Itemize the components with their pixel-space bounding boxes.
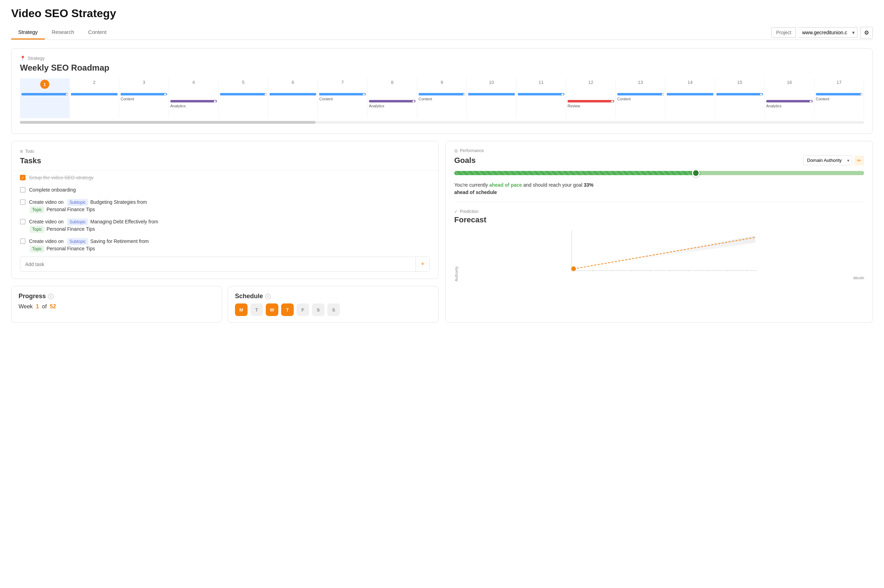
gantt-col-15: 15 [715, 78, 765, 90]
task-checkbox-1[interactable]: ✓ [20, 175, 26, 180]
strategy-title: Weekly SEO Roadmap [20, 63, 864, 73]
task-item-2: Complete onboarding [20, 186, 428, 194]
domain-authority-select[interactable]: Domain Authority Traffic Rankings [803, 155, 852, 165]
badge-topic-5: Topic [30, 245, 44, 252]
gantt-col-6: 6 [268, 78, 318, 90]
task-divider [12, 170, 438, 171]
gantt-cell-7: Content [318, 90, 368, 118]
nav-right: Project www.gecreditunion.c ▾ ⚙ [771, 27, 873, 39]
day-W[interactable]: W [266, 303, 278, 316]
task-text-1: Setup the video SEO strategy [29, 174, 93, 182]
project-select-wrap: www.gecreditunion.c ▾ [799, 27, 857, 38]
task-text-3: Create video on Subtopic Budgeting Strat… [29, 199, 147, 213]
task-checkbox-4[interactable] [20, 219, 26, 224]
forecast-chart-wrap: Authority [454, 229, 864, 288]
progress-info-icon[interactable]: i [48, 294, 54, 299]
gantt-cell-1 [20, 90, 70, 118]
day-S2[interactable]: S [327, 303, 340, 316]
tab-content[interactable]: Content [81, 26, 114, 39]
subtopic-value-4: Managing Debt Effectively [90, 219, 148, 224]
gantt-col-8: 8 [368, 78, 417, 90]
tab-research[interactable]: Research [45, 26, 81, 39]
forecast-y-label: Authority [454, 229, 458, 281]
schedule-info-icon[interactable]: i [265, 294, 271, 299]
schedule-title: Schedule i [235, 292, 431, 300]
tasks-section-label: ≡ Todo [20, 148, 430, 154]
gantt-col-3: 3 [119, 78, 169, 90]
day-F[interactable]: F [297, 303, 309, 316]
goal-slider[interactable] [454, 171, 864, 178]
task-item-1: ✓ Setup the video SEO strategy [20, 174, 428, 182]
task-add-button[interactable]: + [416, 257, 429, 271]
gantt-col-16: 16 [765, 78, 814, 90]
badge-subtopic-4: Subtopic [67, 219, 89, 225]
gantt-cell-16: Analytics [765, 90, 814, 118]
forecast-svg [465, 229, 864, 274]
tab-strategy[interactable]: Strategy [11, 26, 45, 39]
schedule-card: Schedule i M T W T F S S [228, 286, 438, 322]
strategy-card: 📍 Strategy Weekly SEO Roadmap 1 2 3 4 5 … [11, 48, 873, 134]
topic-value-3: Personal Finance Tips [47, 207, 95, 212]
forecast-label: ✓ Prediction [454, 209, 864, 214]
performance-card: ◎ Performance Goals Domain Authority Tra… [446, 141, 873, 322]
nav-tabs: Strategy Research Content [11, 26, 114, 39]
gantt-col-1: 1 [20, 78, 70, 90]
left-column: ≡ Todo Tasks ✓ Setup the video SEO strat… [11, 141, 438, 322]
task-item-5: Create video on Subtopic Saving for Reti… [20, 238, 428, 252]
edit-goal-button[interactable]: ✏ [854, 156, 864, 165]
gantt-cell-15 [715, 90, 765, 118]
progress-title: Progress i [18, 292, 215, 300]
project-select[interactable]: www.gecreditunion.c [799, 27, 857, 38]
forecast-x-label: Month [465, 276, 864, 280]
gantt-header-row: 1 2 3 4 5 6 7 8 9 10 11 12 13 14 15 16 1… [20, 78, 864, 90]
task-item-3: Create video on Subtopic Budgeting Strat… [20, 199, 428, 213]
slider-remaining [700, 171, 864, 175]
day-T2[interactable]: T [281, 303, 294, 316]
location-icon: 📍 [20, 56, 26, 61]
gantt-container[interactable]: 1 2 3 4 5 6 7 8 9 10 11 12 13 14 15 16 1… [20, 78, 864, 126]
slider-thumb [692, 169, 700, 177]
task-text-5: Create video on Subtopic Saving for Reti… [29, 238, 149, 252]
task-text-2: Complete onboarding [29, 186, 76, 194]
gantt-col-14: 14 [665, 78, 715, 90]
slider-track [454, 171, 864, 175]
gantt-cell-6 [268, 90, 318, 118]
gantt-col-4: 4 [169, 78, 219, 90]
badge-subtopic-3: Subtopic [67, 199, 89, 206]
perf-divider [454, 202, 864, 202]
schedule-days: M T W T F S S [235, 303, 431, 316]
gantt-body: Content Analytics [20, 90, 864, 118]
gantt-cell-10 [467, 90, 516, 118]
task-checkbox-3[interactable] [20, 199, 26, 205]
gear-button[interactable]: ⚙ [860, 27, 873, 39]
forecast-section: ✓ Prediction Forecast Authority [454, 209, 864, 288]
day-T1[interactable]: T [251, 303, 263, 316]
gantt-col-13: 13 [616, 78, 665, 90]
perf-section-label: ◎ Performance [454, 148, 864, 153]
prediction-icon: ✓ [454, 209, 458, 214]
badge-topic-4: Topic [30, 226, 44, 233]
task-checkbox-5[interactable] [20, 238, 26, 244]
progress-schedule-grid: Progress i Week 1 of 52 Schedule i [11, 286, 438, 322]
gantt-cell-2 [70, 90, 119, 118]
svg-marker-0 [573, 236, 755, 269]
task-item-4: Create video on Subtopic Managing Debt E… [20, 218, 428, 233]
day-S1[interactable]: S [312, 303, 324, 316]
goal-status: You're currently ahead of pace and shoul… [454, 182, 864, 196]
gantt-scrollbar-thumb [20, 121, 315, 124]
gantt-cell-5 [219, 90, 268, 118]
gantt-col-11: 11 [516, 78, 566, 90]
page-wrapper: Video SEO Strategy Strategy Research Con… [0, 0, 884, 588]
progress-card: Progress i Week 1 of 52 [11, 286, 222, 322]
task-checkbox-2[interactable] [20, 187, 26, 193]
task-add-input[interactable] [20, 258, 416, 271]
task-list: ✓ Setup the video SEO strategy Complete … [20, 174, 430, 252]
topic-value-5: Personal Finance Tips [47, 246, 95, 251]
day-M[interactable]: M [235, 303, 248, 316]
gantt-col-2: 2 [70, 78, 119, 90]
gantt-cell-17: Content [814, 90, 864, 118]
page-title: Video SEO Strategy [11, 7, 873, 20]
gantt-cell-8: Analytics [368, 90, 417, 118]
perf-title: Goals [454, 156, 476, 165]
bottom-grid: ≡ Todo Tasks ✓ Setup the video SEO strat… [11, 141, 873, 322]
